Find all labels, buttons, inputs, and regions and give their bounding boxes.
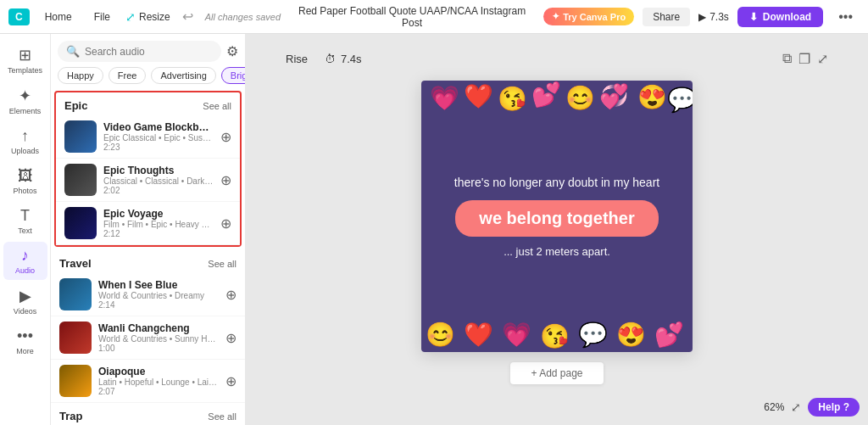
track-add-button-3[interactable]: ⊕ <box>225 287 236 303</box>
filter-icon[interactable]: ⚙ <box>226 43 238 59</box>
download-icon: ⬇ <box>749 11 758 23</box>
sidebar-item-videos[interactable]: ▶ Videos <box>3 282 47 321</box>
track-tags-1: Classical • Classical • Dark •... <box>103 176 214 186</box>
track-tags-0: Epic Classical • Epic • Suspense <box>103 133 214 143</box>
home-button[interactable]: Home <box>38 8 79 26</box>
slide-background: 💗 ❤️ 😘 💕 😊 💞 😍 💬 😊 ❤️ 💗 😘 💬 😍 💕 there's … <box>421 81 693 352</box>
epic-section-header: Epic See all <box>56 92 240 115</box>
filter-tag-bright[interactable]: Bright <box>221 67 245 84</box>
trap-title: Trap <box>59 410 82 422</box>
track-add-button-5[interactable]: ⊕ <box>225 373 236 389</box>
sidebar-item-elements[interactable]: ✦ Elements <box>3 81 47 120</box>
slide-text-top: there's no longer any doubt in my heart <box>454 175 659 192</box>
track-duration-0: 2:23 <box>103 143 214 152</box>
track-duration-1: 2:02 <box>103 186 214 195</box>
more-options-button[interactable]: ••• <box>832 6 860 28</box>
audio-icon: ♪ <box>21 247 29 265</box>
saved-status: All changes saved <box>205 12 281 22</box>
travel-section-header: Travel See all <box>51 250 245 273</box>
filter-tags-row: Happy Free Advertising Bright › <box>51 67 245 91</box>
track-thumb-0 <box>64 120 97 153</box>
track-add-button-2[interactable]: ⊕ <box>220 215 231 232</box>
track-info-2: Epic Voyage Film • Film • Epic • Heavy &… <box>103 208 214 238</box>
audio-panel: 🔍 ⚙ Happy Free Advertising Bright › Epic… <box>51 34 246 425</box>
track-epic-voyage[interactable]: Epic Voyage Film • Film • Epic • Heavy &… <box>56 202 240 245</box>
track-epic-thoughts[interactable]: Epic Thoughts Classical • Classical • Da… <box>56 159 240 202</box>
filter-tag-free[interactable]: Free <box>108 67 147 84</box>
try-canva-pro-button[interactable]: ✦ Try Canva Pro <box>543 8 634 25</box>
templates-label: Templates <box>8 66 42 75</box>
sidebar-item-templates[interactable]: ⊞ Templates <box>3 41 47 80</box>
canvas-area: Rise ⏱ 7.4s ⧉ ❐ ⤢ 💗 ❤️ 😘 💕 😊 💞 😍 <box>246 34 868 425</box>
expand-icon[interactable]: ⤢ <box>817 51 828 67</box>
track-add-button-1[interactable]: ⊕ <box>220 172 231 188</box>
search-input[interactable] <box>85 46 213 58</box>
canvas-duration-value: 7.4s <box>341 53 362 65</box>
resize-button[interactable]: ⤢ Resize <box>125 10 170 24</box>
videos-icon: ▶ <box>19 287 31 305</box>
slide-highlight-box: we belong together <box>455 200 658 237</box>
elements-label: Elements <box>9 107 42 115</box>
download-button[interactable]: ⬇ Download <box>737 7 823 27</box>
sidebar-item-more[interactable]: ••• More <box>3 322 47 361</box>
rise-control[interactable]: Rise <box>286 53 308 65</box>
track-add-button-4[interactable]: ⊕ <box>225 330 236 346</box>
track-tags-2: Film • Film • Epic • Heavy &... <box>103 220 214 229</box>
slide-container[interactable]: 💗 ❤️ 😘 💕 😊 💞 😍 💬 😊 ❤️ 💗 😘 💬 😍 💕 there's … <box>421 81 693 352</box>
text-icon: T <box>20 207 30 225</box>
track-video-game-blockbuster[interactable]: Video Game Blockbuster Epic Classical • … <box>56 115 240 159</box>
track-name-4: Wanli Changcheng <box>98 322 219 334</box>
slide-text-bottom: ... just 2 meters apart. <box>504 245 610 258</box>
canva-pro-icon: ✦ <box>552 11 559 22</box>
track-duration-4: 1:00 <box>98 344 219 353</box>
duration-value: 7.3s <box>709 11 729 23</box>
panel-scroll[interactable]: Epic See all Video Game Blockbuster Epic… <box>51 91 245 425</box>
icon-sidebar: ⊞ Templates ✦ Elements ↑ Uploads 🖼 Photo… <box>0 34 51 425</box>
track-info-3: When I See Blue World & Countries • Drea… <box>98 279 219 310</box>
audio-label: Audio <box>15 266 35 275</box>
sidebar-item-audio[interactable]: ♪ Audio <box>3 242 47 280</box>
play-duration: ▶ 7.3s <box>698 11 729 23</box>
resize-icon: ⤢ <box>125 10 136 24</box>
epic-title: Epic <box>64 99 87 112</box>
track-name-5: Oiapoque <box>98 366 219 377</box>
track-info-0: Video Game Blockbuster Epic Classical • … <box>103 121 214 152</box>
zoom-bar: 62% ⤢ Help ? <box>764 398 860 417</box>
track-oiapoque[interactable]: Oiapoque Latin • Hopeful • Lounge • Laid… <box>51 360 245 403</box>
resize-label: Resize <box>139 11 170 23</box>
trap-see-all[interactable]: See all <box>208 411 236 422</box>
track-name-0: Video Game Blockbuster <box>103 121 214 133</box>
download-label: Download <box>763 11 811 23</box>
fullscreen-icon[interactable]: ⤢ <box>791 400 801 414</box>
track-tags-3: World & Countries • Dreamy <box>98 291 219 300</box>
track-duration-3: 2:14 <box>98 300 219 310</box>
try-canva-pro-label: Try Canva Pro <box>563 12 626 22</box>
travel-see-all[interactable]: See all <box>208 259 236 269</box>
track-thumb-5 <box>59 365 92 397</box>
track-wanli-changcheng[interactable]: Wanli Changcheng World & Countries • Sun… <box>51 316 245 360</box>
uploads-label: Uploads <box>11 147 39 155</box>
track-name-3: When I See Blue <box>98 279 219 291</box>
share-button[interactable]: Share <box>643 8 690 26</box>
file-button[interactable]: File <box>87 8 117 26</box>
sidebar-item-photos[interactable]: 🖼 Photos <box>3 162 47 200</box>
text-label: Text <box>18 226 32 235</box>
track-add-button-0[interactable]: ⊕ <box>220 129 231 145</box>
copy-icon[interactable]: ⧉ <box>782 51 792 67</box>
track-when-i-see-blue[interactable]: When I See Blue World & Countries • Drea… <box>51 273 245 316</box>
duplicate-icon[interactable]: ❐ <box>798 51 810 67</box>
help-button[interactable]: Help ? <box>808 398 860 417</box>
top-navigation: C Home File ⤢ Resize ↩ All changes saved… <box>0 0 868 34</box>
clock-icon: ⏱ <box>325 53 336 65</box>
add-page-button[interactable]: + Add page <box>510 362 603 384</box>
track-thumb-3 <box>59 278 92 310</box>
zoom-percent[interactable]: 62% <box>764 401 784 413</box>
track-name-2: Epic Voyage <box>103 208 214 220</box>
filter-tag-happy[interactable]: Happy <box>58 67 103 84</box>
filter-tag-advertising[interactable]: Advertising <box>151 67 215 84</box>
search-input-wrap[interactable]: 🔍 <box>58 41 221 62</box>
sidebar-item-uploads[interactable]: ↑ Uploads <box>3 122 47 160</box>
epic-see-all[interactable]: See all <box>203 101 231 111</box>
undo-button[interactable]: ↩ <box>179 5 197 28</box>
sidebar-item-text[interactable]: T Text <box>3 202 47 240</box>
